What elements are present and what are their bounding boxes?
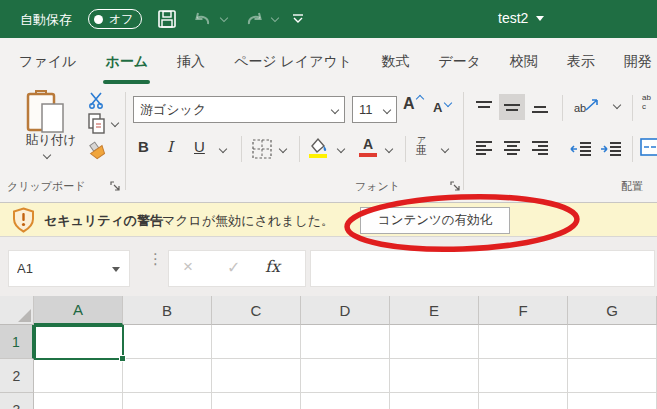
formula-bar-grip-icon[interactable]: ⋮: [148, 255, 156, 263]
tab-home[interactable]: ホーム: [105, 38, 148, 86]
tab-insert[interactable]: 挿入: [177, 38, 205, 86]
italic-button[interactable]: I: [167, 138, 173, 156]
column-header-f[interactable]: F: [479, 296, 568, 325]
copy-dropdown-icon[interactable]: [111, 119, 119, 127]
align-right-button[interactable]: [527, 136, 553, 162]
cell-a3[interactable]: [34, 393, 123, 409]
copy-icon[interactable]: [88, 113, 106, 135]
align-center-button[interactable]: [499, 136, 525, 162]
sheet-row-3: 3: [0, 393, 657, 409]
wrap-text-button[interactable]: ab c: [642, 94, 651, 112]
decrease-indent-button[interactable]: [568, 136, 594, 162]
cell-b2[interactable]: [123, 359, 212, 393]
align-top-button[interactable]: [471, 94, 497, 120]
tab-data[interactable]: データ: [438, 38, 481, 86]
column-header-g[interactable]: G: [568, 296, 657, 325]
column-header-e[interactable]: E: [390, 296, 479, 325]
font-color-button[interactable]: A: [358, 136, 378, 160]
cell-g1[interactable]: [568, 325, 657, 359]
document-title[interactable]: test2: [498, 10, 544, 26]
title-dropdown-icon: [536, 16, 544, 21]
row-header-3[interactable]: 3: [0, 393, 34, 409]
orientation-dropdown-icon[interactable]: [613, 101, 621, 109]
paste-button[interactable]: 貼り付け: [4, 88, 90, 166]
cell-c3[interactable]: [212, 393, 301, 409]
cell-f1[interactable]: [479, 325, 568, 359]
align-left-button[interactable]: [471, 136, 497, 162]
row-header-2[interactable]: 2: [0, 359, 34, 393]
paste-dropdown-icon[interactable]: [43, 151, 51, 159]
bold-button[interactable]: B: [138, 138, 149, 155]
fill-color-dropdown-icon[interactable]: [337, 145, 345, 153]
insert-function-icon[interactable]: fx: [265, 257, 280, 276]
increase-font-caret-icon: [416, 95, 424, 103]
cell-g3[interactable]: [568, 393, 657, 409]
worksheet: A B C D E F G 1 2: [0, 296, 657, 409]
enable-content-button[interactable]: コンテンツの有効化: [360, 207, 510, 234]
enter-icon[interactable]: ✓: [227, 258, 240, 277]
cell-c1[interactable]: [212, 325, 301, 359]
formula-input[interactable]: [310, 250, 655, 287]
column-header-a[interactable]: A: [34, 296, 123, 325]
name-box[interactable]: [8, 250, 130, 287]
cell-d1[interactable]: [301, 325, 390, 359]
tab-view[interactable]: 表示: [567, 38, 595, 86]
group-divider: [463, 92, 464, 190]
fill-handle[interactable]: [119, 355, 126, 362]
format-painter-icon[interactable]: [86, 140, 110, 164]
autosave-label: 自動保存: [20, 11, 72, 29]
column-header-b[interactable]: B: [123, 296, 212, 325]
cell-d3[interactable]: [301, 393, 390, 409]
cell-f3[interactable]: [479, 393, 568, 409]
fill-color-button[interactable]: [308, 137, 330, 161]
column-header-c[interactable]: C: [212, 296, 301, 325]
cell-f2[interactable]: [479, 359, 568, 393]
merge-center-icon[interactable]: [640, 138, 657, 158]
decrease-font-size-button[interactable]: A: [433, 98, 442, 116]
customize-quick-access-toolbar-icon[interactable]: [292, 14, 304, 24]
row-header-1[interactable]: 1: [0, 325, 34, 359]
increase-indent-button[interactable]: [598, 136, 624, 162]
font-dialog-launcher-icon[interactable]: [450, 181, 460, 191]
name-box-input[interactable]: [17, 251, 107, 286]
font-size-combobox[interactable]: 11: [352, 96, 397, 123]
cut-icon[interactable]: [88, 91, 106, 109]
cell-g2[interactable]: [568, 359, 657, 393]
tab-developer[interactable]: 開発: [624, 38, 652, 86]
orientation-button[interactable]: ab: [574, 98, 586, 116]
font-name-combobox[interactable]: 游ゴシック: [133, 96, 345, 123]
cell-e2[interactable]: [390, 359, 479, 393]
underline-dropdown-icon[interactable]: [219, 145, 227, 153]
tab-formulas[interactable]: 数式: [381, 38, 409, 86]
autosave-toggle[interactable]: オフ: [88, 9, 142, 29]
phonetic-dropdown-icon[interactable]: [441, 145, 449, 153]
phonetic-guide-button[interactable]: ア 亜: [416, 136, 427, 156]
select-all-button[interactable]: [0, 296, 34, 325]
clipboard-dialog-launcher-icon[interactable]: [110, 181, 120, 191]
font-color-dropdown-icon[interactable]: [385, 145, 393, 153]
tab-review[interactable]: 校閲: [510, 38, 538, 86]
cell-c2[interactable]: [212, 359, 301, 393]
cell-a2[interactable]: [34, 359, 123, 393]
name-box-dropdown-icon[interactable]: [112, 267, 120, 272]
tab-page-layout[interactable]: ページ レイアウト: [234, 38, 352, 86]
align-middle-button[interactable]: [499, 94, 525, 120]
tab-file[interactable]: ファイル: [19, 38, 76, 86]
align-bottom-button[interactable]: [527, 94, 553, 120]
column-header-d[interactable]: D: [301, 296, 390, 325]
cell-b1[interactable]: [123, 325, 212, 359]
borders-icon[interactable]: [251, 138, 273, 160]
active-cell-selection[interactable]: [34, 325, 124, 360]
borders-dropdown-icon[interactable]: [279, 145, 287, 153]
cell-d2[interactable]: [301, 359, 390, 393]
cell-b3[interactable]: [123, 393, 212, 409]
orientation-arrow-icon: [584, 96, 602, 114]
underline-button[interactable]: U: [194, 138, 205, 155]
security-warning-message: マクロが無効にされました。: [162, 212, 334, 230]
save-icon[interactable]: [158, 10, 177, 28]
cell-e3[interactable]: [390, 393, 479, 409]
cancel-icon[interactable]: ×: [183, 257, 193, 277]
increase-font-size-button[interactable]: A: [403, 95, 415, 113]
cell-e1[interactable]: [390, 325, 479, 359]
paste-icon: [24, 90, 70, 134]
